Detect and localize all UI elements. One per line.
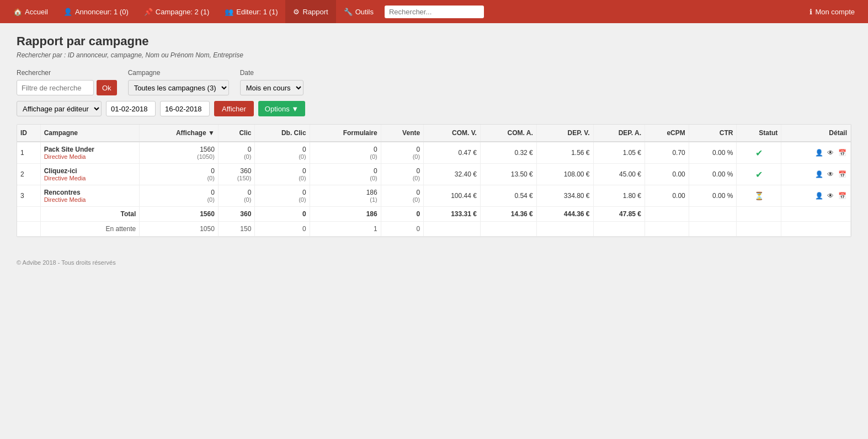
detail-user-icon[interactable]: 👤 [814, 148, 824, 158]
date-to-input[interactable] [160, 101, 210, 116]
nav-accueil[interactable]: 🏠 Accueil [6, 0, 56, 23]
nav-outils[interactable]: 🔧 Outils [336, 0, 381, 23]
col-ctr: CTR [689, 125, 737, 142]
total-dep-v: 444.36 € [536, 207, 593, 222]
col-affichage: Affichage ▼ [140, 125, 219, 142]
col-com-v: COM. V. [424, 125, 481, 142]
nav-editeur[interactable]: 👥 Editeur: 1 (1) [217, 0, 285, 23]
status-pending-icon: ⏳ [754, 191, 764, 200]
clic-sub: (150) [222, 175, 252, 181]
cell-campaign: Cliquez-ici Directive Media [40, 164, 140, 185]
total-dep-a: 47.85 € [593, 207, 645, 222]
campaign-select[interactable]: Toutes les campagnes (3) [128, 80, 229, 95]
col-campaign: Campagne [40, 125, 140, 142]
table-row: 2 Cliquez-ici Directive Media 0 (0) 360 … [17, 164, 851, 185]
cell-affichage: 1560 (1050) [140, 142, 219, 164]
formulaire-sub: (0) [313, 153, 377, 160]
pin-icon: 📌 [144, 8, 153, 16]
total-vente: 0 [381, 207, 423, 222]
ea-ctr [689, 222, 737, 237]
page-content: Rapport par campagne Rechercher par : ID… [0, 23, 868, 439]
cell-statut: ⏳ [737, 185, 781, 207]
total-empty2: Total [40, 207, 140, 222]
col-formulaire: Formulaire [310, 125, 381, 142]
search-input-filter[interactable] [17, 80, 94, 95]
ea-ecpm [645, 222, 689, 237]
dbclic-sub: (0) [258, 196, 306, 203]
cell-com-v: 32.40 € [424, 164, 481, 185]
detail-calendar-icon[interactable]: 📅 [837, 169, 847, 179]
formulaire-main: 186 [313, 189, 377, 196]
account-menu[interactable]: ℹ Mon compte [802, 0, 862, 23]
col-dep-v: DEP. V. [536, 125, 593, 142]
dbclic-sub: (0) [258, 175, 306, 181]
date-from-input[interactable] [106, 101, 156, 116]
search-input[interactable] [385, 6, 484, 18]
cell-ecpm: 0.00 [645, 185, 689, 207]
formulaire-main: 0 [313, 167, 377, 175]
campaign-name: Rencontres [44, 189, 136, 196]
campaign-filter-group: Campagne Toutes les campagnes (3) [128, 69, 229, 95]
campaign-media-link[interactable]: Directive Media [44, 196, 136, 203]
total-ecpm [645, 207, 689, 222]
cell-ecpm: 0.00 [645, 164, 689, 185]
cell-vente: 0 (0) [381, 164, 423, 185]
col-id: ID [17, 125, 40, 142]
afficher-button[interactable]: Afficher [214, 101, 254, 116]
ok-button[interactable]: Ok [97, 80, 117, 95]
cell-detail: 👤 👁 📅 [781, 164, 851, 185]
detail-user-icon[interactable]: 👤 [814, 191, 824, 201]
date-inline: Mois en cours [240, 80, 303, 95]
nav-rapport[interactable]: ⚙ Rapport [285, 0, 336, 23]
detail-calendar-icon[interactable]: 📅 [837, 191, 847, 201]
search-filter-group: Rechercher Ok [17, 69, 117, 95]
detail-view-icon[interactable]: 👁 [826, 148, 835, 158]
affichage-main: 0 [143, 167, 215, 175]
gear-icon: ⚙ [293, 8, 300, 16]
cell-dep-a: 45.00 € [593, 164, 645, 185]
nav-annonceur[interactable]: 👤 Annonceur: 1 (0) [56, 0, 136, 23]
search-label: Rechercher [17, 69, 117, 77]
nav-campagne[interactable]: 📌 Campagne: 2 (1) [136, 0, 217, 23]
cell-clic: 360 (150) [218, 164, 255, 185]
detail-view-icon[interactable]: 👁 [826, 169, 835, 179]
campaign-media-link[interactable]: Directive Media [44, 153, 136, 160]
cell-ctr: 0.00 % [689, 142, 737, 164]
options-button[interactable]: Options ▼ [258, 101, 305, 116]
cell-id: 3 [17, 185, 40, 207]
total-statut [737, 207, 781, 222]
col-statut: Statut [737, 125, 781, 142]
cell-id: 1 [17, 142, 40, 164]
clic-sub: (0) [222, 153, 252, 160]
cell-dep-v: 334.80 € [536, 185, 593, 207]
detail-view-icon[interactable]: 👁 [826, 191, 835, 201]
cell-id: 2 [17, 164, 40, 185]
ea-label: En attente [40, 222, 140, 237]
affichage-sub: (0) [143, 196, 215, 203]
date-select[interactable]: Mois en cours [240, 80, 303, 95]
total-db-clic: 0 [255, 207, 310, 222]
ea-vente: 0 [381, 222, 423, 237]
ea-dep-v [536, 222, 593, 237]
cell-dep-a: 1.05 € [593, 142, 645, 164]
detail-calendar-icon[interactable]: 📅 [837, 148, 847, 158]
cell-com-a: 0.54 € [480, 185, 536, 207]
total-detail [781, 207, 851, 222]
campaign-media-link[interactable]: Directive Media [44, 175, 136, 181]
campaign-inline: Toutes les campagnes (3) [128, 80, 229, 95]
vente-main: 0 [385, 189, 420, 196]
total-empty1 [17, 207, 40, 222]
display-select[interactable]: Affichage par éditeur [17, 101, 102, 116]
navbar: 🏠 Accueil 👤 Annonceur: 1 (0) 📌 Campagne:… [0, 0, 868, 23]
dbclic-main: 0 [258, 146, 306, 153]
dbclic-sub: (0) [258, 153, 306, 160]
page-title: Rapport par campagne [17, 34, 851, 49]
col-vente: Vente [381, 125, 423, 142]
cell-formulaire: 186 (1) [310, 185, 381, 207]
cell-com-a: 13.50 € [480, 164, 536, 185]
dbclic-main: 0 [258, 189, 306, 196]
cell-db-clic: 0 (0) [255, 164, 310, 185]
detail-user-icon[interactable]: 👤 [814, 169, 824, 179]
cell-affichage: 0 (0) [140, 185, 219, 207]
enattente-row: En attente 1050 150 0 1 0 [17, 222, 851, 237]
